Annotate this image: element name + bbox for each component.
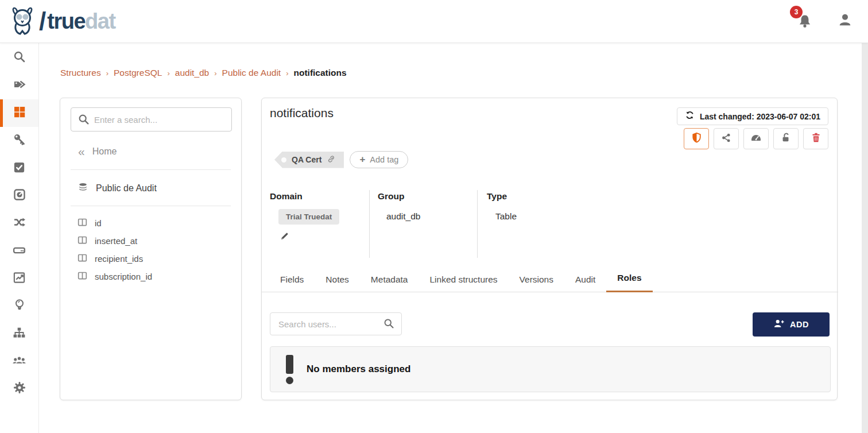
rail-item-groups[interactable] [0, 347, 38, 375]
tag-chip-qa-cert[interactable]: QA Cert [274, 152, 344, 168]
delete-button[interactable] [803, 128, 828, 149]
detail-tabs: Fields Notes Metadata Linked structures … [262, 272, 838, 292]
columns-icon [78, 218, 87, 229]
quality-gauge-button[interactable] [743, 128, 769, 149]
tag-hole [281, 157, 286, 163]
group-column: Group audit_db [369, 190, 477, 258]
tags-icon [13, 78, 26, 94]
logo-text: truedat [47, 7, 115, 35]
check-square-icon [13, 161, 26, 176]
unlock-icon [781, 132, 792, 145]
tree-field-item[interactable]: recipient_ids [78, 250, 241, 268]
sitemap-icon [12, 326, 26, 342]
type-label: Type [487, 191, 649, 202]
shield-icon [691, 132, 702, 146]
divider [71, 169, 231, 170]
tree-search-input[interactable] [71, 107, 232, 132]
rail-item-structures[interactable] [0, 99, 38, 127]
key-icon [13, 133, 26, 149]
tab-linked-structures[interactable]: Linked structures [419, 275, 509, 292]
bell-icon [797, 22, 813, 32]
unlock-button[interactable] [773, 128, 799, 149]
rail-item-tasks[interactable] [0, 154, 38, 182]
last-changed-label: Last changed: 2023-06-07 02:01 [700, 112, 820, 121]
rail-item-search[interactable] [0, 44, 38, 72]
breadcrumb-audit-db[interactable]: audit_db [175, 68, 209, 78]
group-value: audit_db [386, 211, 477, 222]
empty-members-message: No members assigned [270, 346, 831, 392]
home-label: Home [92, 146, 117, 157]
rail-item-permissions[interactable] [0, 127, 38, 154]
breadcrumb-postgresql[interactable]: PostgreSQL [114, 68, 162, 78]
tree-field-item[interactable]: subscription_id [78, 268, 241, 285]
tree-field-item[interactable]: inserted_at [78, 232, 241, 250]
tab-audit[interactable]: Audit [564, 275, 606, 292]
tab-metadata[interactable]: Metadata [360, 275, 419, 292]
tree-parent-label: Public de Audit [96, 183, 157, 194]
share-button[interactable] [714, 128, 739, 149]
tab-notes[interactable]: Notes [315, 275, 360, 292]
plus-icon: + [359, 156, 365, 164]
rail-item-sources[interactable] [0, 237, 38, 265]
users-search [270, 312, 402, 335]
add-tag-button[interactable]: + Add tag [350, 151, 408, 168]
breadcrumb-separator: › [286, 69, 288, 78]
add-member-label: ADD [790, 320, 809, 329]
tab-fields[interactable]: Fields [269, 275, 315, 292]
truedat-logo[interactable]: / truedat [9, 6, 115, 36]
collapse-left-icon: « [78, 146, 85, 157]
breadcrumb-current: notifications [293, 68, 346, 78]
breadcrumb: Structures › PostgreSQL › audit_db › Pub… [60, 68, 347, 78]
rail-item-taxonomy[interactable] [0, 320, 38, 347]
lightbulb-icon [13, 298, 26, 314]
edit-domain-button[interactable] [280, 231, 290, 243]
notification-count-badge: 3 [790, 6, 803, 18]
protect-button[interactable] [684, 128, 709, 149]
breadcrumb-separator: › [214, 69, 216, 78]
tree-home-link[interactable]: « Home [78, 143, 241, 160]
rail-item-quality[interactable] [0, 182, 38, 210]
notifications-bell-button[interactable]: 3 [797, 13, 813, 30]
rail-item-lineage[interactable] [0, 210, 38, 237]
breadcrumb-public-de-audit[interactable]: Public de Audit [222, 68, 281, 78]
tags-row: QA Cert + Add tag [274, 151, 408, 168]
breadcrumb-separator: › [106, 69, 108, 78]
share-icon [721, 133, 731, 145]
columns-icon [78, 235, 87, 246]
refresh-icon[interactable] [685, 110, 695, 122]
rail-item-insights[interactable] [0, 292, 38, 320]
database-icon [78, 182, 88, 195]
search-icon [13, 50, 26, 66]
logo-slash: / [39, 7, 46, 35]
group-label: Group [378, 191, 477, 202]
user-menu-button[interactable] [837, 12, 853, 30]
users-search-input[interactable] [270, 312, 402, 335]
field-label: recipient_ids [95, 254, 143, 264]
chart-line-icon [13, 271, 26, 287]
rail-item-dashboards[interactable] [0, 265, 38, 292]
divider [71, 206, 231, 206]
link-icon [327, 154, 336, 165]
tag-label: QA Cert [292, 155, 321, 164]
tab-versions[interactable]: Versions [509, 275, 564, 292]
domain-label: Domain [270, 191, 369, 202]
columns-icon [78, 271, 87, 282]
tree-parent-item[interactable]: Public de Audit [78, 180, 241, 196]
last-changed-box: Last changed: 2023-06-07 02:01 [677, 107, 828, 125]
breadcrumb-structures[interactable]: Structures [60, 68, 101, 78]
add-tag-label: Add tag [370, 155, 398, 164]
domain-value-chip[interactable]: Trial Truedat [278, 209, 339, 225]
search-icon [383, 318, 395, 332]
rail-item-tags[interactable] [0, 72, 38, 99]
rail-item-settings[interactable] [0, 375, 38, 403]
gauge-icon [13, 188, 26, 204]
tab-roles[interactable]: Roles [606, 273, 652, 292]
structure-detail-panel: notifications Last changed: 2023-06-07 0… [261, 98, 838, 400]
columns-icon [78, 253, 87, 264]
add-member-button[interactable]: ADD [753, 312, 830, 337]
type-column: Type Table [477, 190, 649, 258]
page-scrollbar[interactable] [862, 41, 868, 433]
tachometer-icon [750, 133, 762, 145]
tree-field-item[interactable]: id [78, 214, 241, 232]
grid-icon [13, 105, 26, 121]
